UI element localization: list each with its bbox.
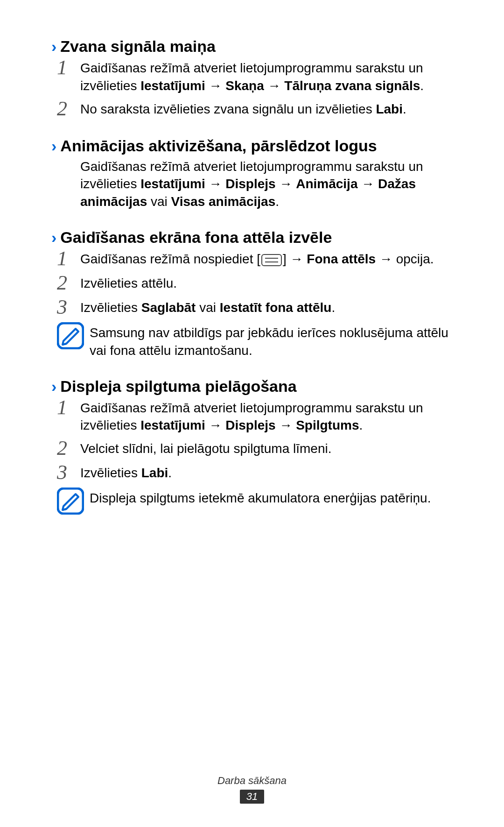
text-run: vai	[196, 300, 219, 315]
page-number: 31	[240, 790, 264, 804]
numbered-step: 2No saraksta izvēlieties zvana signālu u…	[57, 99, 453, 119]
chevron-icon: ›	[51, 228, 56, 247]
section-heading: ›Gaidīšanas ekrāna fona attēla izvēle	[51, 228, 453, 247]
body-paragraph: Gaidīšanas režīmā atveriet lietojumprogr…	[80, 158, 453, 211]
text-run: No saraksta izvēlieties zvana signālu un…	[80, 102, 376, 116]
step-text: Gaidīšanas režīmā atveriet lietojumprogr…	[80, 58, 453, 95]
text-run: .	[359, 418, 363, 432]
numbered-step: 1Gaidīšanas režīmā atveriet lietojumprog…	[57, 58, 453, 95]
text-run: →	[205, 78, 226, 93]
bold-text: Skaņa	[225, 78, 264, 93]
text-run: Gaidīšanas režīmā nospiediet [	[80, 252, 260, 266]
text-run: .	[331, 300, 335, 315]
note: Displeja spilgtums ietekmē akumulatora e…	[57, 488, 453, 515]
numbered-step: 3Izvēlieties Saglabāt vai Iestatīt fona …	[57, 298, 453, 318]
step-number: 2	[57, 273, 80, 293]
bold-text: Visas animācijas	[171, 194, 276, 209]
text-run: →	[276, 177, 296, 191]
step-number: 2	[57, 438, 80, 459]
section-title: Zvana signāla maiņa	[60, 37, 216, 56]
text-run: →	[205, 177, 226, 191]
numbered-step: 2Izvēlieties attēlu.	[57, 274, 453, 293]
numbered-step: 2Velciet slīdni, lai pielāgotu spilgtuma…	[57, 439, 453, 459]
text-run: ] →	[283, 252, 307, 266]
bold-text: Displejs	[225, 177, 275, 191]
note-text: Displeja spilgtums ietekmē akumulatora e…	[90, 488, 453, 507]
text-run: Izvēlieties	[80, 466, 141, 480]
text-run: vai	[147, 194, 171, 209]
text-run: →	[205, 418, 226, 432]
step-number: 3	[57, 462, 80, 483]
numbered-step: 1Gaidīšanas režīmā nospiediet [] → Fona …	[57, 249, 453, 269]
section-title: Gaidīšanas ekrāna fona attēla izvēle	[60, 228, 332, 247]
section: ›Zvana signāla maiņa1Gaidīšanas režīmā a…	[51, 37, 453, 119]
section-heading: ›Animācijas aktivizēšana, pārslēdzot log…	[51, 137, 453, 155]
step-number: 1	[57, 57, 80, 95]
text-run: Izvēlieties	[80, 300, 141, 315]
text-run: →	[276, 418, 296, 432]
text-run: .	[275, 194, 279, 209]
text-run: .	[403, 102, 406, 116]
step-number: 1	[57, 248, 80, 269]
step-number: 1	[57, 397, 80, 435]
bold-text: Animācija	[296, 177, 357, 191]
step-text: Izvēlieties attēlu.	[80, 274, 453, 293]
bold-text: Labi	[376, 102, 403, 116]
bold-text: Labi	[141, 466, 168, 480]
bold-text: Iestatīt fona attēlu	[220, 300, 332, 315]
text-run: →	[357, 177, 378, 191]
svg-line-3	[63, 509, 66, 510]
text-run: Izvēlieties attēlu.	[80, 276, 177, 290]
step-number: 2	[57, 99, 80, 119]
section-title: Displeja spilgtuma pielāgošana	[60, 377, 296, 396]
section-title: Animācijas aktivizēšana, pārslēdzot logu…	[60, 137, 377, 155]
chevron-icon: ›	[51, 37, 56, 56]
svg-line-1	[63, 344, 66, 345]
text-run: .	[168, 466, 172, 480]
section-heading: ›Displeja spilgtuma pielāgošana	[51, 377, 453, 396]
step-text: Gaidīšanas režīmā atveriet lietojumprogr…	[80, 398, 453, 435]
bold-text: Fona attēls	[307, 252, 376, 266]
numbered-step: 3Izvēlieties Labi.	[57, 463, 453, 483]
step-number: 3	[57, 297, 80, 318]
bold-text: Iestatījumi	[140, 78, 205, 93]
section: ›Displeja spilgtuma pielāgošana1Gaidīšan…	[51, 377, 453, 515]
bold-text: Displejs	[225, 418, 275, 432]
note-icon	[57, 488, 84, 515]
text-run: .	[420, 78, 424, 93]
page-footer: Darba sākšana 31	[0, 775, 504, 804]
chevron-icon: ›	[51, 377, 56, 396]
bold-text: Saglabāt	[141, 300, 196, 315]
step-text: Velciet slīdni, lai pielāgotu spilgtuma …	[80, 439, 453, 459]
chevron-icon: ›	[51, 137, 56, 155]
footer-section-label: Darba sākšana	[0, 775, 504, 787]
numbered-step: 1Gaidīšanas režīmā atveriet lietojumprog…	[57, 398, 453, 435]
text-run: →	[264, 78, 285, 93]
step-text: Izvēlieties Labi.	[80, 463, 453, 483]
text-run: Displeja spilgtums ietekmē akumulatora e…	[90, 491, 431, 505]
step-text: No saraksta izvēlieties zvana signālu un…	[80, 99, 453, 119]
step-text: Gaidīšanas režīmā nospiediet [] → Fona a…	[80, 249, 453, 269]
bold-text: Iestatījumi	[140, 177, 205, 191]
text-run: → opcija.	[376, 252, 434, 266]
step-text: Izvēlieties Saglabāt vai Iestatīt fona a…	[80, 298, 453, 318]
section: ›Gaidīšanas ekrāna fona attēla izvēle1Ga…	[51, 228, 453, 360]
bold-text: Tālruņa zvana signāls	[284, 78, 420, 93]
section-heading: ›Zvana signāla maiņa	[51, 37, 453, 56]
bold-text: Spilgtums	[296, 418, 359, 432]
text-run: Samsung nav atbildīgs par jebkādu ierīce…	[90, 325, 448, 358]
note-icon	[57, 322, 84, 349]
note: Samsung nav atbildīgs par jebkādu ierīce…	[57, 322, 453, 360]
text-run: Velciet slīdni, lai pielāgotu spilgtuma …	[80, 441, 332, 456]
section: ›Animācijas aktivizēšana, pārslēdzot log…	[51, 137, 453, 211]
menu-icon	[261, 254, 282, 266]
bold-text: Iestatījumi	[140, 418, 205, 432]
note-text: Samsung nav atbildīgs par jebkādu ierīce…	[90, 322, 453, 360]
